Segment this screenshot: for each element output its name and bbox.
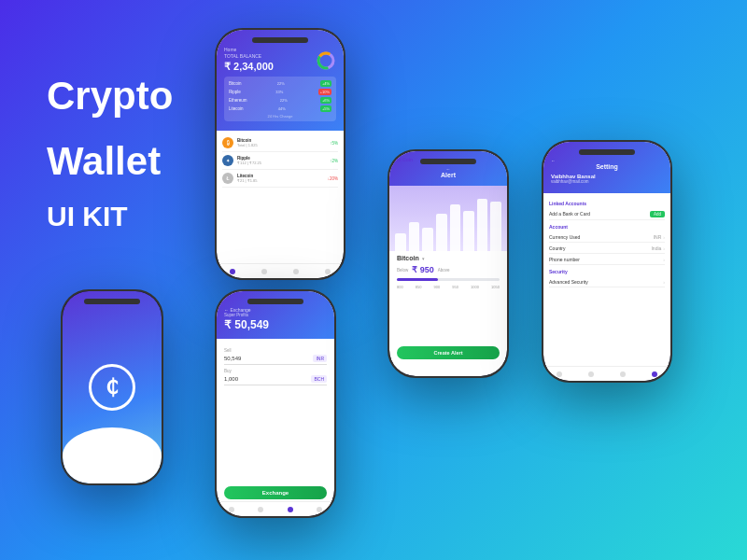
asset-litecoin-info: Litecoin ₹21 | ₹1.85	[237, 174, 328, 183]
currency-value: INR	[654, 234, 662, 240]
settings-screen: ← Setting Vaibhhav Bansal vaibhhav@mail.…	[543, 142, 670, 381]
phone-label: Phone number	[549, 257, 580, 262]
settings-user-email: vaibhhav@mail.com	[551, 179, 663, 184]
phone-exchange: ← Exchange Super Profits ₹ 50,549 Sell 5…	[215, 289, 336, 518]
dropdown-icon: ▾	[422, 256, 425, 261]
alert-chart: Bit Coin	[389, 186, 507, 251]
nav-settings[interactable]	[325, 269, 331, 274]
security-section: Security	[549, 269, 665, 274]
sell-row: 50,549 INR	[224, 355, 327, 365]
linked-accounts-section: Linked Accounts	[549, 201, 665, 206]
asset-bitcoin: ₿ Bitcoin Total | 1.825 ↑5%	[222, 134, 338, 152]
create-alert-button[interactable]: Create Alert	[397, 346, 500, 359]
country-row[interactable]: Country India ›	[549, 243, 665, 254]
home-bottom-nav	[217, 263, 344, 278]
phone-row[interactable]: Phone number ›	[549, 254, 665, 265]
asset-litecoin: Ł Litecoin ₹21 | ₹1.85 ↓20%	[222, 170, 338, 188]
ripple-icon: ✦	[222, 155, 233, 166]
sell-value: 50,549	[224, 356, 313, 361]
country-label: Country	[549, 245, 566, 251]
buy-currency: BCH	[311, 375, 327, 383]
price-value: ₹ 950	[412, 265, 434, 274]
settings-bottom-nav	[543, 366, 670, 381]
buy-row: 1,000 BCH	[224, 375, 327, 385]
buy-label: Buy	[224, 369, 327, 373]
nav-home-2[interactable]	[229, 507, 234, 512]
asset-ripple-info: Ripple ₹112 | ₹72.25	[237, 156, 330, 165]
home-donut-chart	[316, 50, 336, 71]
settings-nav-home[interactable]	[557, 371, 562, 377]
settings-nav-bell[interactable]	[588, 371, 594, 377]
sell-label: Sell	[224, 348, 327, 353]
asset-ripple: ✦ Ripple ₹112 | ₹72.25 ↑2%	[222, 152, 338, 170]
exchange-button[interactable]: Exchange	[224, 486, 327, 499]
hero-title-uikit: UI KIT	[47, 201, 128, 231]
sell-currency: INR	[313, 355, 327, 362]
crypto-ripple: Ripple	[229, 90, 241, 94]
security-chevron: ›	[663, 279, 665, 285]
bar-5	[450, 204, 461, 251]
buy-value: 1,000	[224, 376, 311, 382]
litecoin-change: +5%	[320, 105, 331, 112]
alert-body: Bitcoin ▾ Below ₹ 950 Above 800 850 900 …	[389, 251, 507, 293]
settings-nav-wallet[interactable]	[620, 371, 626, 377]
bar-1	[395, 233, 406, 251]
nav-exchange[interactable]	[288, 507, 293, 512]
slider-labels: 800 850 900 950 1000 1050	[397, 285, 500, 289]
crypto-litecoin: Litecoin	[229, 106, 244, 111]
settings-header: ← Setting Vaibhhav Bansal vaibhhav@mail.…	[543, 142, 670, 193]
exchange-screen: ← Exchange Super Profits ₹ 50,549 Sell 5…	[217, 291, 334, 516]
bar-3	[422, 228, 433, 251]
nav-wallet[interactable]	[293, 269, 299, 274]
add-bank-row[interactable]: Add a Bank or Card Add	[549, 208, 665, 220]
exchange-bottom-nav	[217, 501, 334, 516]
slider-fill	[397, 278, 438, 281]
crypto-mini-list: Bitcoin 22% +4% Ripple 33% +10% Ethereum…	[224, 77, 336, 121]
alert-screen: ← Alert Bit Coin Bitcoin ▾ Below ₹ 950 A…	[389, 151, 507, 376]
exchange-body: Sell 50,549 INR Buy 1,000 BCH	[217, 339, 334, 391]
bitcoin-icon: ₿	[222, 137, 233, 148]
add-button[interactable]: Add	[650, 211, 665, 217]
account-section: Account	[549, 224, 665, 230]
splash-screen: ₵	[63, 291, 162, 483]
below-label: Below	[397, 268, 408, 273]
coin-selector[interactable]: Bitcoin ▾	[397, 255, 500, 261]
splash-wave	[63, 427, 162, 483]
settings-title: Setting	[551, 163, 663, 170]
home-screen: Home TOTAL BALANCE ₹ 2,34,000 Bitcoin 22…	[217, 30, 344, 278]
advanced-security-row[interactable]: Advanced Security ›	[549, 276, 665, 287]
bar-8	[490, 202, 501, 251]
nav-bell-2[interactable]	[258, 507, 263, 512]
super-profits-label: Super Profits	[224, 313, 327, 317]
ripple-change: +10%	[318, 89, 331, 95]
hero-title-wallet: Wallet	[47, 140, 161, 183]
country-value: India	[651, 245, 661, 251]
home-header: Home TOTAL BALANCE ₹ 2,34,000 Bitcoin 22…	[217, 30, 344, 131]
chart-label: Bit Coin	[395, 157, 413, 162]
country-chevron: ›	[663, 245, 665, 251]
exchange-header: ← Exchange Super Profits ₹ 50,549	[217, 291, 334, 339]
litecoin-icon: Ł	[222, 173, 233, 184]
crypto-bitcoin: Bitcoin	[229, 81, 242, 86]
phone-home: Home TOTAL BALANCE ₹ 2,34,000 Bitcoin 22…	[215, 28, 345, 280]
crypto-ethereum: Ethereum	[229, 98, 247, 103]
phone-settings: ← Setting Vaibhhav Bansal vaibhhav@mail.…	[542, 140, 672, 383]
phone-alert: ← Alert Bit Coin Bitcoin ▾ Below ₹ 950 A…	[388, 149, 509, 378]
currency-chevron: ›	[663, 234, 665, 240]
coin-name: Bitcoin	[397, 255, 419, 261]
currency-row[interactable]: Currency Used INR ›	[549, 231, 665, 243]
bar-6	[463, 211, 474, 251]
above-label: Above	[438, 268, 450, 273]
add-bank-label: Add a Bank or Card	[549, 211, 590, 217]
bar-2	[409, 222, 420, 251]
settings-nav-active[interactable]	[652, 371, 657, 377]
alert-title: Alert	[397, 172, 500, 178]
price-slider[interactable]	[397, 278, 500, 281]
bar-7	[477, 199, 488, 251]
phone-chevron: ›	[663, 257, 665, 262]
bar-4	[436, 214, 447, 251]
nav-settings-2[interactable]	[317, 507, 322, 512]
exchange-amount: ₹ 50,549	[224, 318, 327, 331]
nav-bell[interactable]	[261, 269, 267, 274]
nav-home[interactable]	[230, 269, 235, 274]
